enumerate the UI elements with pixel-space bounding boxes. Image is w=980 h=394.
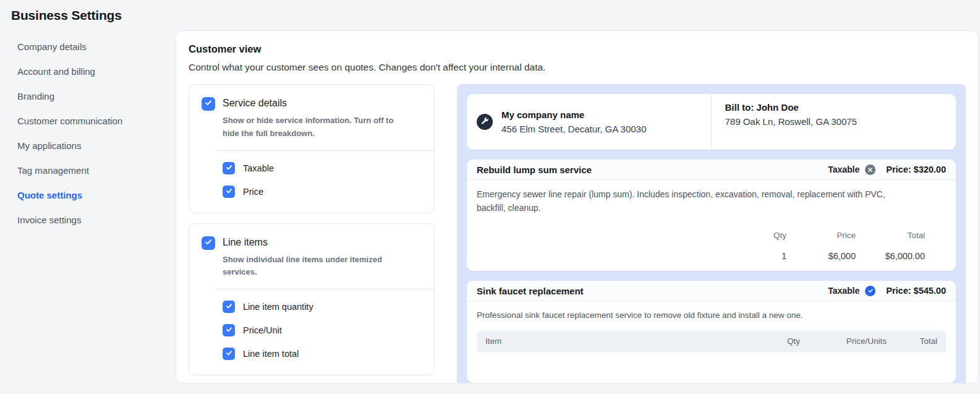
divider (216, 150, 434, 151)
line-item-quantity-checkbox[interactable] (223, 301, 235, 313)
taxable-checkbox[interactable] (223, 162, 235, 174)
service-card-rebuild-lump-sum: Rebuild lump sum service Taxable Price: … (467, 160, 956, 271)
company-text-block: My company name 456 Elm Street, Decatur,… (501, 109, 646, 134)
service-1-body: Emergency sewer line repair (lump sum). … (467, 180, 956, 271)
sidebar-item-invoice-settings[interactable]: Invoice settings (17, 207, 176, 232)
line-items-sub-options: Line item quantity Price/Unit (223, 301, 422, 360)
checkmark-icon (225, 186, 233, 197)
line-items-card: Line items Show individual line items un… (189, 223, 435, 376)
service-1-taxable-label: Taxable (828, 165, 859, 174)
line-item-total-checkbox[interactable] (223, 348, 235, 360)
service-2-header-right: Taxable Price: $545.00 (828, 286, 946, 296)
taxable-option-label: Taxable (243, 163, 274, 173)
bill-to-info: Bill to: John Doe 789 Oak Ln, Roswell, G… (712, 94, 957, 150)
price-unit-row: Price/Unit (223, 324, 422, 336)
service-1-header: Rebuild lump sum service Taxable Price: … (467, 160, 956, 180)
line-item-quantity-label: Line item quantity (243, 302, 313, 312)
sidebar-item-my-applications[interactable]: My applications (17, 133, 176, 158)
service-1-description: Emergency sewer line repair (lump sum). … (477, 188, 913, 215)
line-items-table: Item Qty Price/Units Total (477, 330, 946, 373)
checkmark-icon (204, 238, 213, 249)
sidebar-item-customer-communication[interactable]: Customer communication (17, 108, 176, 133)
summary-qty-header: Qty (717, 231, 786, 240)
company-billto-card: My company name 456 Elm Street, Decatur,… (467, 94, 956, 150)
summary-price-header: Price (786, 231, 856, 240)
line-items-label: Line items (223, 237, 268, 248)
customer-view-panel: Customer view Control what your customer… (176, 30, 979, 383)
taxable-option-row: Taxable (223, 162, 422, 174)
company-logo (477, 114, 493, 130)
customer-view-title: Customer view (189, 43, 966, 55)
summary-total-column: Total $6,000.00 (856, 231, 925, 261)
summary-total-header: Total (856, 231, 925, 240)
column-header-qty: Qty (744, 336, 800, 346)
x-circle-icon (865, 165, 876, 175)
company-name: My company name (501, 109, 646, 120)
price-unit-checkbox[interactable] (223, 324, 235, 336)
sidebar-item-company-details[interactable]: Company details (17, 34, 176, 59)
service-1-price: Price: $320.00 (886, 165, 946, 174)
company-address: 456 Elm Street, Decatur, GA 30030 (501, 124, 646, 134)
checkmark-icon (225, 163, 233, 174)
bill-to-address: 789 Oak Ln, Roswell, GA 30075 (725, 116, 947, 127)
price-unit-label: Price/Unit (243, 325, 282, 335)
quote-preview-panel: My company name 456 Elm Street, Decatur,… (457, 84, 966, 383)
layout: Company details Account and billing Bran… (0, 30, 980, 383)
settings-column: Service details Show or hide service inf… (189, 84, 435, 375)
checkmark-icon (225, 348, 233, 359)
service-2-price: Price: $545.00 (886, 286, 946, 296)
content-row: Service details Show or hide service inf… (189, 84, 966, 383)
bill-to-name: Bill to: John Doe (725, 102, 947, 113)
summary-qty-column: Qty 1 (717, 231, 786, 261)
service-1-summary: Qty 1 Price $6,000 Total $6,000.00 (477, 231, 946, 261)
service-2-header: Sink faucet replacement Taxable Price: $… (467, 281, 956, 301)
company-info: My company name 456 Elm Street, Decatur,… (467, 94, 712, 150)
service-details-description: Show or hide service information. Turn o… (223, 114, 407, 140)
line-items-description: Show individual line items under itemize… (223, 254, 407, 280)
service-details-label: Service details (223, 98, 287, 109)
service-1-name: Rebuild lump sum service (477, 165, 592, 175)
summary-total-value: $6,000.00 (856, 251, 925, 261)
summary-price-column: Price $6,000 (786, 231, 856, 261)
service-details-checkbox[interactable] (202, 97, 215, 111)
line-item-quantity-row: Line item quantity (223, 301, 422, 313)
service-details-card: Service details Show or hide service inf… (189, 84, 435, 213)
line-item-total-label: Line item total (243, 349, 299, 359)
price-checkbox[interactable] (223, 186, 235, 198)
divider (216, 289, 434, 289)
checkmark-icon (225, 325, 233, 336)
page-title: Business Settings (0, 0, 980, 23)
sidebar: Company details Account and billing Bran… (0, 30, 176, 232)
service-details-header: Service details (202, 97, 422, 111)
line-items-header: Line items (202, 236, 422, 250)
table-row (477, 352, 946, 373)
wrench-icon (480, 116, 489, 127)
checkmark-icon (225, 301, 233, 312)
checkmark-icon (204, 98, 213, 109)
service-2-body: Professional sink faucet replacement ser… (467, 301, 956, 383)
sidebar-item-tag-management[interactable]: Tag management (17, 158, 176, 182)
column-header-total: Total (887, 336, 937, 346)
service-1-header-right: Taxable Price: $320.00 (828, 165, 946, 175)
column-header-item: Item (485, 336, 744, 346)
service-details-sub-options: Taxable Price (223, 162, 422, 198)
service-2-description: Professional sink faucet replacement ser… (477, 309, 913, 322)
line-item-total-row: Line item total (223, 348, 422, 360)
sidebar-item-branding[interactable]: Branding (17, 84, 176, 108)
column-header-price-units: Price/Units (800, 336, 887, 346)
sidebar-item-account-and-billing[interactable]: Account and billing (17, 59, 176, 84)
line-items-table-header: Item Qty Price/Units Total (477, 330, 946, 352)
service-2-name: Sink faucet replacement (477, 286, 584, 296)
service-card-sink-faucet: Sink faucet replacement Taxable Price: $… (467, 281, 956, 383)
check-circle-icon (865, 286, 876, 296)
service-2-taxable-label: Taxable (828, 286, 859, 296)
price-option-label: Price (243, 187, 263, 197)
price-option-row: Price (223, 186, 422, 198)
sidebar-item-quote-settings[interactable]: Quote settings (17, 182, 176, 207)
summary-price-value: $6,000 (786, 251, 856, 261)
summary-qty-value: 1 (717, 251, 786, 261)
line-items-checkbox[interactable] (202, 236, 215, 250)
customer-view-description: Control what your customer sees on quote… (189, 62, 966, 73)
